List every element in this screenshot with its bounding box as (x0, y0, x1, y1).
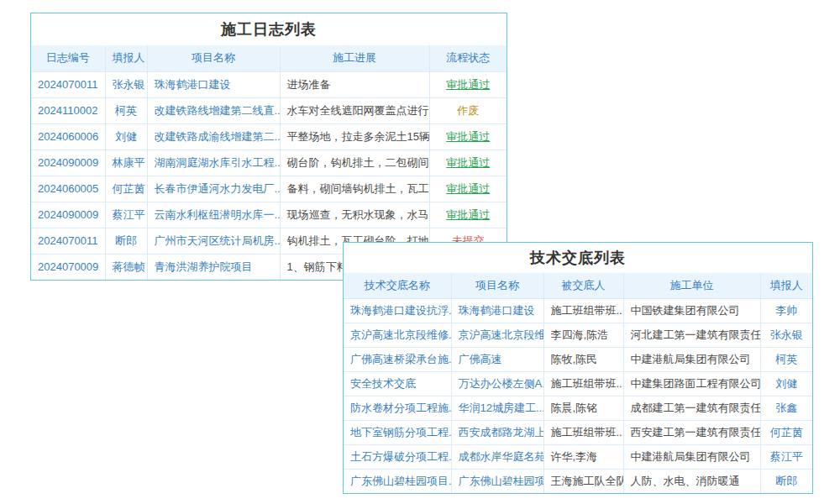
disclosure-recipient-cell: 王海施工队全队 (543, 469, 623, 493)
log-id-cell[interactable]: 2024060006 (31, 123, 105, 150)
disclosure-name-cell[interactable]: 安全技术交底 (344, 371, 451, 396)
disclosure-col-header-recipient: 被交底人 (543, 273, 623, 298)
disclosure-reporter-cell: 柯英 (760, 347, 812, 371)
disclosure-unit-cell: 成都建工第一建筑有限责任公司 (623, 396, 760, 420)
disclosure-name-cell[interactable]: 土石方爆破分项工程... (344, 444, 451, 469)
disclosure-col-header-unit: 施工单位 (623, 273, 760, 298)
disclosure-name-cell[interactable]: 地下室钢筋分项工程... (344, 420, 451, 444)
disclosure-project-cell[interactable]: 广东佛山碧桂园项目 (451, 469, 543, 493)
disclosure-name-cell[interactable]: 广佛高速桥梁承台施... (344, 347, 451, 371)
log-table-row[interactable]: 2024090009林康平湖南洞庭湖水库引水工程...砌台阶，钩机排土，二包砌间… (31, 150, 507, 176)
disclosure-name-cell[interactable]: 广东佛山碧桂园项目... (344, 469, 451, 493)
log-col-header-id: 日志编号 (31, 45, 105, 71)
log-table-row[interactable]: 2024060005何芷茵长春市伊通河水力发电厂...备料，砌间墙钩机排土，瓦工… (31, 176, 507, 202)
disclosure-reporter-cell: 张永银 (760, 323, 812, 347)
disclosure-recipient-cell: 许华,李海 (543, 444, 623, 469)
log-project-cell[interactable]: 长春市伊通河水力发电厂... (147, 176, 280, 202)
construction-log-table-head: 日志编号 填报人 项目名称 施工进展 流程状态 (31, 45, 507, 71)
log-status-cell: 审批通过 (429, 176, 507, 202)
technical-disclosure-table: 技术交底名称 项目名称 被交底人 施工单位 填报人 珠海鹤港口建设抗浮...珠海… (344, 273, 812, 493)
log-header-row: 日志编号 填报人 项目名称 施工进展 流程状态 (31, 45, 507, 71)
technical-disclosure-table-head: 技术交底名称 项目名称 被交底人 施工单位 填报人 (344, 273, 812, 298)
disclosure-unit-cell: 人防、水电、消防暖通 (623, 469, 760, 493)
log-table-row[interactable]: 2024070011张永银珠海鹤港口建设进场准备审批通过 (31, 71, 507, 97)
disclosure-project-cell[interactable]: 京沪高速北京段维修 (451, 323, 543, 347)
log-reporter-cell: 刘健 (105, 123, 147, 150)
disclosure-table-row[interactable]: 安全技术交底万达办公楼左侧A...施工班组带班...中建集团路面工程有限公司刘健 (344, 371, 812, 396)
disclosure-recipient-cell: 李四海,陈浩 (543, 323, 623, 347)
disclosure-unit-cell: 西安建工第一建筑有限责任公司 (623, 420, 760, 444)
disclosure-table-row[interactable]: 珠海鹤港口建设抗浮...珠海鹤港口建设施工班组带班...中国铁建集团有限公司李帅 (344, 298, 812, 323)
log-reporter-cell: 蒋德帧 (105, 254, 147, 280)
log-status-cell: 审批通过 (429, 202, 507, 228)
disclosure-unit-cell: 中国铁建集团有限公司 (623, 298, 760, 323)
log-reporter-cell: 柯英 (105, 97, 147, 123)
disclosure-reporter-cell: 李帅 (760, 298, 812, 323)
disclosure-project-cell[interactable]: 华润12城房建工... (451, 396, 543, 420)
log-table-row[interactable]: 2024060006刘健改建铁路成渝线增建第二...平整场地，拉走多余泥土15辆… (31, 123, 507, 150)
disclosure-project-cell[interactable]: 成都水岸华庭名苑... (451, 444, 543, 469)
log-reporter-cell: 何芷茵 (105, 176, 147, 202)
log-id-cell[interactable]: 2024090009 (31, 202, 105, 228)
log-project-cell[interactable]: 珠海鹤港口建设 (147, 71, 280, 97)
log-status-cell: 作废 (429, 97, 507, 123)
disclosure-reporter-cell: 刘健 (760, 371, 812, 396)
disclosure-unit-cell: 中建港航局集团有限公司 (623, 444, 760, 469)
log-table-row[interactable]: 2024110002柯英改建铁路线增建第二线直...水车对全线遮阳网覆盖点进行.… (31, 97, 507, 123)
log-reporter-cell: 林康平 (105, 150, 147, 176)
log-project-cell[interactable]: 云南水利枢纽潜明水库一... (147, 202, 280, 228)
log-status-cell: 审批通过 (429, 71, 507, 97)
log-project-cell[interactable]: 改建铁路线增建第二线直... (147, 97, 280, 123)
log-col-header-reporter: 填报人 (105, 45, 147, 71)
log-col-header-project: 项目名称 (147, 45, 280, 71)
disclosure-table-row[interactable]: 京沪高速北京段维修...京沪高速北京段维修李四海,陈浩河北建工第一建筑有限责任公… (344, 323, 812, 347)
disclosure-table-row[interactable]: 广佛高速桥梁承台施...广佛高速陈牧,陈民中建港航局集团有限公司柯英 (344, 347, 812, 371)
disclosure-recipient-cell: 施工班组带班... (543, 298, 623, 323)
disclosure-project-cell[interactable]: 珠海鹤港口建设 (451, 298, 543, 323)
log-status-cell: 审批通过 (429, 150, 507, 176)
technical-disclosure-panel: 技术交底列表 技术交底名称 项目名称 被交底人 施工单位 填报人 珠海鹤港口建设… (343, 242, 813, 494)
disclosure-name-cell[interactable]: 京沪高速北京段维修... (344, 323, 451, 347)
log-id-cell[interactable]: 2024090009 (31, 150, 105, 176)
log-id-cell[interactable]: 2024110002 (31, 97, 105, 123)
disclosure-reporter-cell: 张鑫 (760, 396, 812, 420)
disclosure-table-row[interactable]: 广东佛山碧桂园项目...广东佛山碧桂园项目王海施工队全队人防、水电、消防暖通断郎 (344, 469, 812, 493)
disclosure-table-row[interactable]: 防水卷材分项工程施...华润12城房建工...陈晨,陈铭成都建工第一建筑有限责任… (344, 396, 812, 420)
disclosure-recipient-cell: 陈牧,陈民 (543, 347, 623, 371)
log-reporter-cell: 张永银 (105, 71, 147, 97)
log-id-cell[interactable]: 2024070011 (31, 228, 105, 254)
technical-disclosure-table-body: 珠海鹤港口建设抗浮...珠海鹤港口建设施工班组带班...中国铁建集团有限公司李帅… (344, 298, 812, 493)
disclosure-table-row[interactable]: 地下室钢筋分项工程...西安成都路龙湖上...施工班组带班...西安建工第一建筑… (344, 420, 812, 444)
disclosure-unit-cell: 中建集团路面工程有限公司 (623, 371, 760, 396)
disclosure-name-cell[interactable]: 珠海鹤港口建设抗浮... (344, 298, 451, 323)
log-progress-cell: 现场巡查，无积水现象，水马... (280, 202, 429, 228)
disclosure-col-header-name: 技术交底名称 (344, 273, 451, 298)
disclosure-table-row[interactable]: 土石方爆破分项工程...成都水岸华庭名苑...许华,李海中建港航局集团有限公司蔡… (344, 444, 812, 469)
log-project-cell[interactable]: 青海洪湖养护院项目 (147, 254, 280, 280)
disclosure-unit-cell: 河北建工第一建筑有限责任公司 (623, 323, 760, 347)
disclosure-reporter-cell: 何芷茵 (760, 420, 812, 444)
technical-disclosure-title: 技术交底列表 (344, 243, 812, 273)
log-id-cell[interactable]: 2024060005 (31, 176, 105, 202)
log-project-cell[interactable]: 广州市天河区统计局机房... (147, 228, 280, 254)
log-progress-cell: 备料，砌间墙钩机排土，瓦工... (280, 176, 429, 202)
log-reporter-cell: 蔡江平 (105, 202, 147, 228)
log-table-row[interactable]: 2024090009蔡江平云南水利枢纽潜明水库一...现场巡查，无积水现象，水马… (31, 202, 507, 228)
construction-log-title: 施工日志列表 (31, 13, 507, 45)
disclosure-recipient-cell: 施工班组带班... (543, 420, 623, 444)
log-id-cell[interactable]: 2024070009 (31, 254, 105, 280)
disclosure-unit-cell: 中建港航局集团有限公司 (623, 347, 760, 371)
disclosure-project-cell[interactable]: 万达办公楼左侧A... (451, 371, 543, 396)
disclosure-project-cell[interactable]: 广佛高速 (451, 347, 543, 371)
log-project-cell[interactable]: 湖南洞庭湖水库引水工程... (147, 150, 280, 176)
disclosure-project-cell[interactable]: 西安成都路龙湖上... (451, 420, 543, 444)
disclosure-reporter-cell: 断郎 (760, 469, 812, 493)
log-progress-cell: 水车对全线遮阳网覆盖点进行... (280, 97, 429, 123)
disclosure-reporter-cell: 蔡江平 (760, 444, 812, 469)
disclosure-name-cell[interactable]: 防水卷材分项工程施... (344, 396, 451, 420)
log-project-cell[interactable]: 改建铁路成渝线增建第二... (147, 123, 280, 150)
log-col-header-progress: 施工进展 (280, 45, 429, 71)
log-id-cell[interactable]: 2024070011 (31, 71, 105, 97)
disclosure-recipient-cell: 陈晨,陈铭 (543, 396, 623, 420)
disclosure-header-row: 技术交底名称 项目名称 被交底人 施工单位 填报人 (344, 273, 812, 298)
